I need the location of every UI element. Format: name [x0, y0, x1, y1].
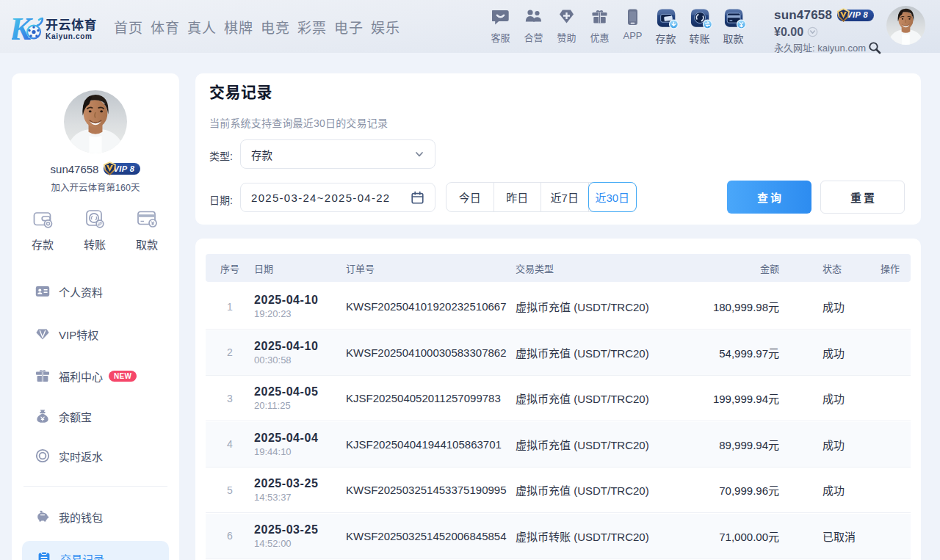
svg-text:开云体育: 开云体育: [46, 15, 97, 33]
svg-text:Kaiyun.com: Kaiyun.com: [46, 32, 93, 40]
